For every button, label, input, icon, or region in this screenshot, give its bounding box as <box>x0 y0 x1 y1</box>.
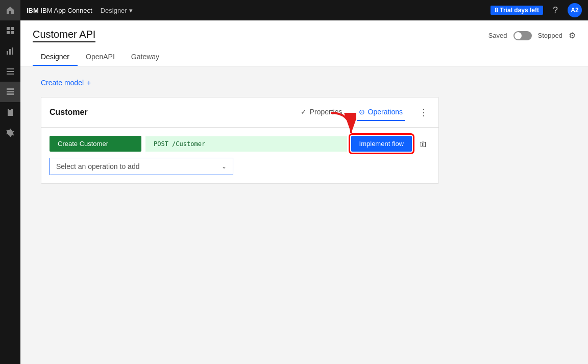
main-area: IBM IBM App Connect Designer ▾ 8 Trial d… <box>20 0 588 364</box>
avatar[interactable]: A2 <box>568 3 582 17</box>
check-icon: ✓ <box>301 108 307 116</box>
page-body: Create model + Customer ✓ Properties ⊙ O… <box>20 66 588 364</box>
svg-rect-1 <box>11 27 14 30</box>
designer-nav[interactable]: Designer ▾ <box>96 5 137 16</box>
svg-rect-8 <box>7 71 14 72</box>
svg-rect-12 <box>7 93 14 95</box>
delete-operation-button[interactable] <box>416 137 430 151</box>
svg-rect-3 <box>11 31 14 34</box>
svg-rect-5 <box>9 49 11 55</box>
operation-endpoint: POST /Customer <box>145 136 347 152</box>
select-operation-dropdown[interactable]: Select an operation to add ⌄ <box>50 158 233 175</box>
brand-label: IBM IBM App Connect <box>27 7 92 14</box>
create-model-link[interactable]: Create model + <box>41 79 568 87</box>
tab-gateway[interactable]: Gateway <box>123 48 167 66</box>
tab-openapi[interactable]: OpenAPI <box>78 48 123 66</box>
card-body: Create Customer POST /Customer Implement… <box>41 128 438 183</box>
topnav: IBM IBM App Connect Designer ▾ 8 Trial d… <box>20 0 588 20</box>
page-tabs: Designer OpenAPI Gateway <box>33 48 576 66</box>
card-header: Customer ✓ Properties ⊙ Operations ⋮ <box>41 98 438 128</box>
sidebar-item-list[interactable] <box>0 61 20 82</box>
svg-rect-4 <box>7 51 8 55</box>
operation-row: Create Customer POST /Customer Implement… <box>50 136 430 152</box>
card-title: Customer <box>50 108 286 117</box>
sidebar-item-settings[interactable] <box>0 123 20 143</box>
trash-icon <box>419 140 427 148</box>
plus-icon: + <box>87 79 91 87</box>
card-tab-operations[interactable]: ⊙ Operations <box>357 104 405 121</box>
svg-rect-6 <box>12 47 13 55</box>
sidebar-item-clipboard[interactable] <box>0 102 20 123</box>
svg-rect-7 <box>7 68 14 69</box>
trial-badge: 8 Trial days left <box>491 6 543 15</box>
chevron-down-icon: ▾ <box>129 7 133 14</box>
operations-icon: ⊙ <box>359 108 365 116</box>
svg-rect-2 <box>7 31 10 34</box>
svg-rect-9 <box>7 74 14 75</box>
sidebar-item-apps[interactable] <box>0 20 20 41</box>
help-icon[interactable]: ? <box>547 2 564 18</box>
customer-card: Customer ✓ Properties ⊙ Operations ⋮ <box>41 97 439 184</box>
status-toggle[interactable] <box>513 31 532 40</box>
page-status: Saved Stopped ⚙ <box>488 31 576 40</box>
page-title: Customer API <box>33 29 95 42</box>
svg-rect-11 <box>7 91 14 92</box>
operation-label: Create Customer <box>50 136 141 152</box>
tab-designer[interactable]: Designer <box>33 48 78 66</box>
overflow-menu-icon[interactable]: ⋮ <box>417 105 430 120</box>
sidebar-item-analytics[interactable] <box>0 41 20 61</box>
implement-flow-button[interactable]: Implement flow <box>351 136 412 152</box>
page-header: Customer API Saved Stopped ⚙ Designer Op… <box>20 20 588 66</box>
sidebar-item-home[interactable] <box>0 0 20 20</box>
content-area: Customer API Saved Stopped ⚙ Designer Op… <box>20 20 588 364</box>
chevron-down-icon: ⌄ <box>222 163 227 170</box>
sidebar <box>0 0 20 364</box>
card-tab-properties[interactable]: ✓ Properties <box>299 104 345 121</box>
sidebar-item-catalog[interactable] <box>0 82 20 102</box>
svg-rect-10 <box>7 88 14 90</box>
svg-rect-0 <box>7 27 10 30</box>
settings-icon[interactable]: ⚙ <box>569 31 576 40</box>
